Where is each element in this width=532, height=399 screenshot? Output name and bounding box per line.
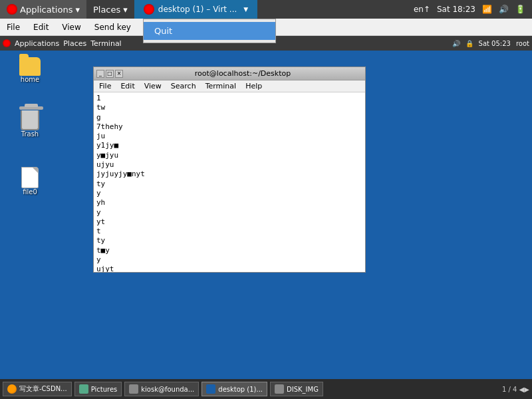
terminal-line: tw <box>96 103 362 112</box>
outer-topbar: Applications ▾ Places ▾ desktop (1) – Vi… <box>0 0 532 19</box>
time-label: Sat 18:23 <box>437 5 475 14</box>
file-icon-img <box>21 167 39 188</box>
terminal-menu-edit[interactable]: Edit <box>118 81 137 91</box>
terminal-line: y <box>96 189 362 198</box>
minimize-button[interactable]: _ <box>96 70 104 78</box>
inner-lock: 🔒 <box>466 40 473 47</box>
outer-topbar-left: Applications ▾ Places ▾ desktop (1) – Vi… <box>0 0 257 19</box>
terminal-line: yt <box>96 217 362 227</box>
places-menu[interactable]: Places ▾ <box>86 0 134 19</box>
terminal-line: y <box>96 255 362 265</box>
speaker-icon: 🔊 <box>499 5 509 14</box>
outer-topbar-right: en↑ Sat 18:23 📶 🔊 🔋 <box>414 5 532 14</box>
inner-places[interactable]: Places <box>63 39 86 48</box>
places-chevron: ▾ <box>123 5 128 15</box>
kiosk-icon <box>129 384 138 394</box>
folder-icon <box>19 57 41 76</box>
dropdown-menu: Quit <box>143 19 276 43</box>
maximize-button[interactable]: □ <box>106 70 114 78</box>
terminal-window: _ □ × root@localhost:~/Desktop File Edit… <box>93 66 366 273</box>
battery-icon: 🔋 <box>515 5 525 14</box>
vm-menu-sendkey[interactable]: Send key <box>90 21 135 33</box>
places-label: Places <box>93 5 120 15</box>
terminal-title: root@localhost:~/Desktop <box>123 69 362 78</box>
inner-applications[interactable]: Applications <box>15 39 59 48</box>
terminal-menu-help[interactable]: Help <box>243 81 265 91</box>
task-disk[interactable]: DISK_IMG <box>270 382 323 396</box>
home-label: home <box>21 76 39 83</box>
terminal-menu-view[interactable]: View <box>142 81 164 91</box>
task-pictures-label: Pictures <box>91 386 118 393</box>
terminal-line: ujyt <box>96 265 362 272</box>
terminal-menubar: File Edit View Search Terminal Help <box>94 80 365 92</box>
inner-app-icon <box>3 39 11 47</box>
terminal-line: t <box>96 227 362 236</box>
task-kiosk-label: kiosk@founda... <box>141 386 194 393</box>
trash-icon[interactable]: Trash <box>10 110 50 138</box>
wifi-icon: 📶 <box>482 5 492 14</box>
terminal-titlebar: _ □ × root@localhost:~/Desktop <box>94 67 365 80</box>
terminal-line: ty <box>96 236 362 245</box>
vm-menu-view[interactable]: View <box>58 21 84 33</box>
terminal-line: ujyu <box>96 160 362 170</box>
vm-menu-file[interactable]: File <box>3 21 24 33</box>
vm-window: File Edit View Send key Help Application… <box>0 19 532 399</box>
vm-content: Applications Places Terminal 🔊 🔒 Sat 05:… <box>0 36 532 399</box>
terminal-menu-search[interactable]: Search <box>168 81 199 91</box>
locale-label: en↑ <box>414 5 430 14</box>
terminal-line: 1 <box>96 94 362 103</box>
task-pictures[interactable]: Pictures <box>74 382 122 396</box>
firefox-icon <box>7 384 17 394</box>
inner-time: Sat 05:23 <box>479 40 511 47</box>
vm-icon <box>144 4 154 15</box>
terminal-menu-file[interactable]: File <box>96 81 114 91</box>
terminal-line: jyjuyjy■nyt <box>96 170 362 179</box>
terminal-line: y■jyu <box>96 151 362 160</box>
inner-speaker: 🔊 <box>452 40 460 47</box>
task-desktop-label: desktop (1)... <box>218 386 263 393</box>
file-icon[interactable]: file0 <box>10 167 50 196</box>
taskbar-right: 1 / 4 ◀▶ <box>502 386 529 393</box>
task-disk-label: DISK_IMG <box>287 386 319 393</box>
terminal-line: t■y <box>96 246 362 255</box>
quit-menu-item[interactable]: Quit <box>144 22 275 40</box>
terminal-controls: _ □ × <box>96 70 123 78</box>
app-icon <box>7 4 17 15</box>
active-window-label: desktop (1) – Virt ... <box>158 5 237 14</box>
applications-menu[interactable]: Applications ▾ <box>0 0 86 19</box>
disk-icon <box>275 384 284 394</box>
vm-menu-edit[interactable]: Edit <box>29 21 53 33</box>
outer-taskbar: 写文章-CSDN... Pictures kiosk@founda... des… <box>0 379 532 399</box>
terminal-line: 7thehy <box>96 122 362 132</box>
terminal-line: g <box>96 113 362 122</box>
task-kiosk[interactable]: kiosk@founda... <box>124 382 199 396</box>
inner-user: root <box>516 40 529 47</box>
inner-desktop: home Trash file0 _ □ × <box>0 51 532 394</box>
apps-chevron: ▾ <box>75 5 80 15</box>
terminal-line: y1jy■ <box>96 141 362 150</box>
task-desktop[interactable]: desktop (1)... <box>201 382 267 396</box>
trash-icon-img <box>21 110 39 130</box>
pictures-icon <box>79 384 88 394</box>
inner-terminal-menu[interactable]: Terminal <box>90 39 122 48</box>
task-firefox-label: 写文章-CSDN... <box>19 384 67 394</box>
terminal-body: 1twg7thehyjuy1jy■y■jyuujyujyjuyjy■nyttyy… <box>94 92 365 272</box>
trash-label: Trash <box>21 130 39 138</box>
file-label: file0 <box>23 188 37 196</box>
close-button[interactable]: × <box>115 70 123 78</box>
terminal-line: ju <box>96 132 362 141</box>
terminal-line: y <box>96 208 362 217</box>
applications-label: Applications <box>20 5 72 15</box>
active-window-tab[interactable]: desktop (1) – Virt ... <box>134 0 257 19</box>
terminal-line: yh <box>96 198 362 207</box>
home-icon[interactable]: home <box>10 57 50 83</box>
terminal-menu-terminal[interactable]: Terminal <box>203 81 239 91</box>
inner-topbar-right: 🔊 🔒 Sat 05:23 root <box>452 40 529 47</box>
desktop-icon <box>206 384 215 394</box>
task-firefox[interactable]: 写文章-CSDN... <box>3 382 72 396</box>
terminal-line: ty <box>96 180 362 189</box>
